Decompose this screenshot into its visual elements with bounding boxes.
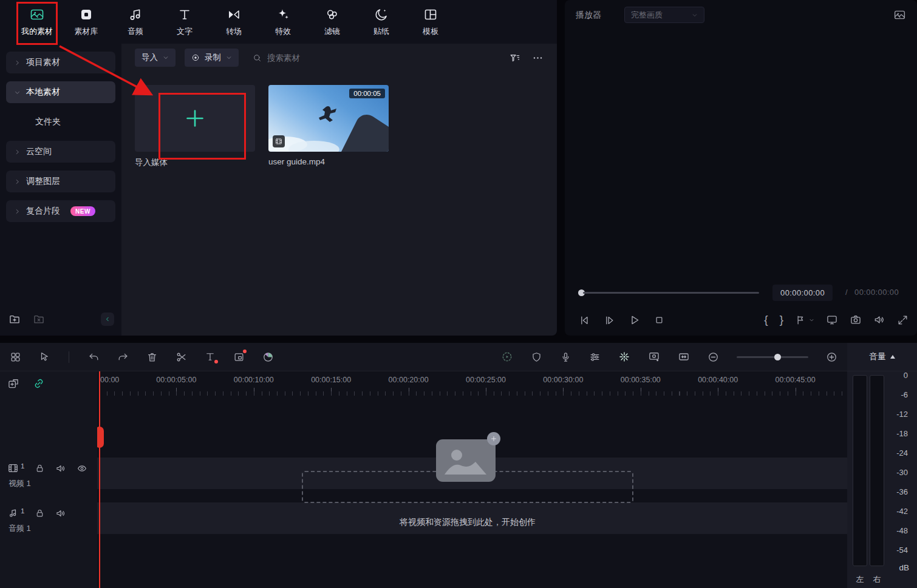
select-cursor-icon[interactable] (39, 351, 50, 362)
add-media-plus-icon (487, 432, 500, 445)
sidebar-item-local-media[interactable]: 本地素材 (6, 81, 115, 103)
collapse-sidebar-button[interactable] (101, 313, 114, 326)
sidebar-item-adjustment-layer[interactable]: 调整图层 (6, 171, 115, 192)
tab-my-media[interactable]: 我的素材 (17, 0, 57, 44)
player-header: 播放器 完整画质 (565, 0, 917, 23)
mute-track-icon[interactable] (55, 463, 66, 474)
sidebar-item-compound-clip[interactable]: 复合片段 NEW (6, 200, 115, 222)
tab-media-library[interactable]: 素材库 (66, 0, 106, 44)
total-timecode: 00:00:00:00 (854, 288, 899, 297)
mute-track-icon[interactable] (55, 508, 66, 519)
zoom-in-button[interactable] (826, 351, 837, 363)
tab-label: 贴纸 (373, 26, 389, 37)
sidebar-item-label: 项目素材 (26, 57, 60, 68)
more-options-icon[interactable] (532, 52, 544, 64)
mark-out-button[interactable]: } (780, 314, 783, 326)
screen-record-button[interactable] (648, 351, 660, 363)
chevron-right-icon (14, 178, 21, 185)
record-dropdown[interactable]: 录制 (185, 49, 239, 67)
in-out-point-button[interactable] (795, 314, 814, 326)
ruler-timecode: 00:00:10:00 (234, 376, 274, 384)
video-track-number: 1 (21, 462, 24, 470)
zoom-out-button[interactable] (707, 351, 719, 363)
tab-text[interactable]: 文字 (165, 0, 205, 44)
video-track-badge: 1 (7, 462, 24, 474)
fullscreen-button[interactable] (897, 314, 908, 326)
clip-duration-badge: 00:00:05 (349, 89, 385, 98)
timecode-separator: / (845, 288, 848, 297)
redo-button[interactable] (117, 351, 129, 363)
import-dropdown[interactable]: 导入 (135, 49, 176, 67)
search-input[interactable] (267, 53, 340, 63)
seek-track[interactable] (583, 292, 759, 294)
split-scissors-button[interactable] (176, 351, 187, 363)
delete-button[interactable] (146, 351, 158, 363)
timeline-tracks[interactable]: 00:0000:00:05:0000:00:10:0000:00:15:0000… (97, 371, 847, 588)
render-preview-button[interactable] (501, 351, 513, 363)
db-scale-value: 0 (904, 371, 908, 380)
import-media-label: 导入媒体 (135, 157, 255, 168)
hide-track-eye-icon[interactable] (77, 463, 87, 474)
audio-track-header: 1 音频 1 (7, 507, 66, 534)
tab-filters[interactable]: 滤镜 (312, 0, 352, 44)
undo-button[interactable] (88, 351, 100, 363)
search-icon (253, 53, 262, 63)
tab-transitions[interactable]: 转场 (214, 0, 254, 44)
tab-effects[interactable]: 特效 (263, 0, 303, 44)
mark-in-button[interactable]: { (764, 314, 768, 326)
moon-sticker-icon (374, 7, 389, 22)
media-grid: 导入媒体 00:00:05 user guide.mp4 (121, 72, 557, 181)
lock-track-icon[interactable] (35, 508, 45, 518)
previous-frame-button[interactable] (578, 314, 590, 326)
new-folder-icon[interactable] (9, 313, 21, 325)
voiceover-mic-button[interactable] (560, 351, 571, 363)
tab-audio[interactable]: 音频 (115, 0, 155, 44)
delete-folder-icon[interactable] (33, 313, 45, 325)
sidebar-item-project-media[interactable]: 项目素材 (6, 52, 115, 73)
text-tool-button[interactable] (205, 351, 216, 362)
new-badge: NEW (70, 206, 95, 216)
tab-stickers[interactable]: 贴纸 (361, 0, 401, 44)
speaker-mute-button[interactable] (873, 314, 885, 326)
stop-button[interactable] (653, 314, 665, 326)
notification-dot (243, 350, 247, 353)
left-channel-meter (853, 375, 867, 566)
sidebar-item-cloud[interactable]: 云空间 (6, 141, 115, 163)
clip-thumbnail[interactable]: 00:00:05 (268, 85, 389, 152)
preview-image-icon[interactable] (893, 8, 906, 21)
filter-icon[interactable] (509, 52, 520, 64)
zoom-slider-knob[interactable] (774, 354, 781, 360)
play-button[interactable] (628, 314, 641, 326)
fit-timeline-button[interactable] (678, 351, 690, 363)
timeline-zoom-slider[interactable] (737, 356, 808, 358)
my-media-icon (30, 7, 44, 22)
import-media-tile[interactable]: 导入媒体 (135, 85, 255, 168)
tab-label: 模板 (423, 26, 438, 37)
ruler-timecode: 00:00:15:00 (311, 376, 351, 384)
snapshot-camera-button[interactable] (850, 314, 862, 326)
ruler-minor-ticks (99, 391, 847, 396)
audio-mixer-button[interactable] (589, 351, 601, 363)
link-clips-icon[interactable] (33, 377, 45, 390)
add-track-icon[interactable] (7, 377, 19, 390)
next-frame-button[interactable] (603, 314, 615, 326)
clip-filename: user guide.mp4 (268, 157, 389, 166)
player-panel: 播放器 完整画质 00:00:00:00 / 00:00:00:00 { } (565, 0, 917, 336)
sidebar-item-folder[interactable]: 文件夹 (6, 111, 115, 133)
crop-pip-button[interactable] (233, 351, 245, 363)
lock-track-icon[interactable] (35, 463, 45, 473)
tab-templates[interactable]: 模板 (411, 0, 451, 44)
color-palette-button[interactable] (262, 351, 274, 363)
filter-bubbles-icon (325, 7, 339, 22)
track-manager-icon[interactable] (10, 351, 21, 363)
import-media-thumb[interactable] (135, 85, 255, 152)
volume-header[interactable]: 音量 (847, 343, 917, 371)
media-clip-tile[interactable]: 00:00:05 user guide.mp4 (268, 85, 389, 168)
video-track-label: 视频 1 (7, 478, 87, 489)
quality-dropdown[interactable]: 完整画质 (624, 7, 704, 23)
mask-shield-button[interactable] (531, 351, 542, 363)
keyframe-effect-button[interactable] (618, 351, 630, 363)
display-output-button[interactable] (826, 314, 838, 326)
record-label: 录制 (205, 52, 221, 63)
playhead-handle[interactable] (97, 427, 104, 448)
